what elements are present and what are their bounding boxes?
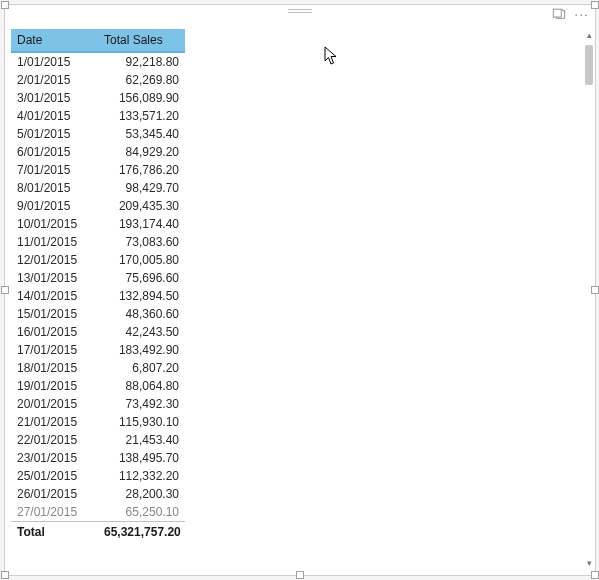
- cell-date: 7/01/2015: [11, 161, 98, 179]
- cell-total-sales: 133,571.20: [98, 107, 185, 125]
- cell-date: 9/01/2015: [11, 197, 98, 215]
- cell-total-sales: 75,696.60: [98, 269, 185, 287]
- total-label: Total: [11, 522, 98, 543]
- table-row[interactable]: 11/01/201573,083.60: [11, 233, 185, 251]
- cell-date: 19/01/2015: [11, 377, 98, 395]
- cell-date: 13/01/2015: [11, 269, 98, 287]
- cell-total-sales: 170,005.80: [98, 251, 185, 269]
- cell-total-sales: 156,089.90: [98, 89, 185, 107]
- cell-total-sales: 21,453.40: [98, 431, 185, 449]
- table-row[interactable]: 8/01/201598,429.70: [11, 179, 185, 197]
- table-row[interactable]: 4/01/2015133,571.20: [11, 107, 185, 125]
- visual-header-actions: ···: [552, 7, 589, 21]
- table-scroll-region: Date Total Sales 1/01/201592,218.802/01/…: [11, 29, 583, 569]
- cell-total-sales: 84,929.20: [98, 143, 185, 161]
- cell-date: 5/01/2015: [11, 125, 98, 143]
- cell-total-sales: 65,250.10: [98, 503, 185, 521]
- table-row[interactable]: 2/01/201562,269.80: [11, 71, 185, 89]
- cell-total-sales: 73,492.30: [98, 395, 185, 413]
- cell-total-sales: 92,218.80: [98, 53, 185, 71]
- cell-total-sales: 183,492.90: [98, 341, 185, 359]
- cell-date: 11/01/2015: [11, 233, 98, 251]
- cell-total-sales: 73,083.60: [98, 233, 185, 251]
- resize-handle-bottom-left[interactable]: [1, 571, 9, 579]
- more-options-icon[interactable]: ···: [574, 7, 589, 21]
- cell-date: 21/01/2015: [11, 413, 98, 431]
- table-row[interactable]: 13/01/201575,696.60: [11, 269, 185, 287]
- cell-date: 17/01/2015: [11, 341, 98, 359]
- cell-date: 10/01/2015: [11, 215, 98, 233]
- scroll-track[interactable]: [584, 41, 594, 557]
- cell-total-sales: 62,269.80: [98, 71, 185, 89]
- table-row[interactable]: 21/01/2015115,930.10: [11, 413, 185, 431]
- cell-total-sales: 42,243.50: [98, 323, 185, 341]
- resize-handle-bottom-right[interactable]: [591, 571, 599, 579]
- cell-date: 22/01/2015: [11, 431, 98, 449]
- table-row[interactable]: 14/01/2015132,894.50: [11, 287, 185, 305]
- cell-total-sales: 112,332.20: [98, 467, 185, 485]
- cell-total-sales: 28,200.30: [98, 485, 185, 503]
- scroll-up-icon[interactable]: ▴: [584, 29, 594, 41]
- cell-date: 15/01/2015: [11, 305, 98, 323]
- table-row[interactable]: 15/01/201548,360.60: [11, 305, 185, 323]
- cell-total-sales: 193,174.40: [98, 215, 185, 233]
- cell-date: 23/01/2015: [11, 449, 98, 467]
- table-row[interactable]: 16/01/201542,243.50: [11, 323, 185, 341]
- vertical-scrollbar[interactable]: ▴ ▾: [584, 29, 594, 569]
- cell-total-sales: 6,807.20: [98, 359, 185, 377]
- table-row[interactable]: 22/01/201521,453.40: [11, 431, 185, 449]
- cell-date: 18/01/2015: [11, 359, 98, 377]
- data-table: Date Total Sales 1/01/201592,218.802/01/…: [11, 29, 583, 542]
- cell-date: 6/01/2015: [11, 143, 98, 161]
- cell-date: 8/01/2015: [11, 179, 98, 197]
- resize-handle-mid-bottom[interactable]: [296, 571, 304, 579]
- cell-total-sales: 115,930.10: [98, 413, 185, 431]
- resize-handle-top-left[interactable]: [1, 1, 9, 9]
- table-header-row: Date Total Sales: [11, 29, 185, 52]
- cell-total-sales: 98,429.70: [98, 179, 185, 197]
- cell-date: 25/01/2015: [11, 467, 98, 485]
- cell-date: 2/01/2015: [11, 71, 98, 89]
- cell-date: 20/01/2015: [11, 395, 98, 413]
- cell-date: 4/01/2015: [11, 107, 98, 125]
- cell-total-sales: 132,894.50: [98, 287, 185, 305]
- table-row[interactable]: 26/01/201528,200.30: [11, 485, 185, 503]
- table-row[interactable]: 3/01/2015156,089.90: [11, 89, 185, 107]
- scroll-down-icon[interactable]: ▾: [584, 557, 594, 569]
- table-row[interactable]: 18/01/20156,807.20: [11, 359, 185, 377]
- cell-date: 12/01/2015: [11, 251, 98, 269]
- table-row[interactable]: 20/01/201573,492.30: [11, 395, 185, 413]
- table-row[interactable]: 19/01/201588,064.80: [11, 377, 185, 395]
- table-body: 1/01/201592,218.802/01/201562,269.803/01…: [11, 53, 380, 521]
- table-total-row: Total 65,321,757.20: [11, 522, 185, 543]
- table-row[interactable]: 23/01/2015138,495.70: [11, 449, 185, 467]
- cell-total-sales: 48,360.60: [98, 305, 185, 323]
- resize-handle-top-right[interactable]: [591, 1, 599, 9]
- table-row[interactable]: 7/01/2015176,786.20: [11, 161, 185, 179]
- table-row[interactable]: 27/01/201565,250.10: [11, 503, 185, 521]
- table-row[interactable]: 6/01/201584,929.20: [11, 143, 185, 161]
- cell-total-sales: 88,064.80: [98, 377, 185, 395]
- column-header-date[interactable]: Date: [11, 29, 98, 52]
- table-row[interactable]: 25/01/2015112,332.20: [11, 467, 185, 485]
- cell-date: 16/01/2015: [11, 323, 98, 341]
- focus-mode-icon[interactable]: [552, 7, 566, 21]
- table-row[interactable]: 17/01/2015183,492.90: [11, 341, 185, 359]
- table-row[interactable]: 9/01/2015209,435.30: [11, 197, 185, 215]
- column-header-total-sales[interactable]: Total Sales: [98, 29, 185, 52]
- cell-date: 1/01/2015: [11, 53, 98, 71]
- scroll-thumb[interactable]: [585, 45, 593, 85]
- cell-total-sales: 53,345.40: [98, 125, 185, 143]
- cell-date: 26/01/2015: [11, 485, 98, 503]
- cell-total-sales: 176,786.20: [98, 161, 185, 179]
- cell-total-sales: 138,495.70: [98, 449, 185, 467]
- drag-grip-icon[interactable]: [288, 9, 312, 15]
- table-row[interactable]: 10/01/2015193,174.40: [11, 215, 185, 233]
- cell-date: 3/01/2015: [11, 89, 98, 107]
- table-row[interactable]: 5/01/201553,345.40: [11, 125, 185, 143]
- table-visual-container: ··· Date Total Sales 1/01/201592,218.802…: [4, 4, 596, 576]
- table-row[interactable]: 1/01/201592,218.80: [11, 53, 185, 71]
- cell-date: 27/01/2015: [11, 503, 98, 521]
- table-row[interactable]: 12/01/2015170,005.80: [11, 251, 185, 269]
- resize-handle-mid-left[interactable]: [1, 286, 9, 294]
